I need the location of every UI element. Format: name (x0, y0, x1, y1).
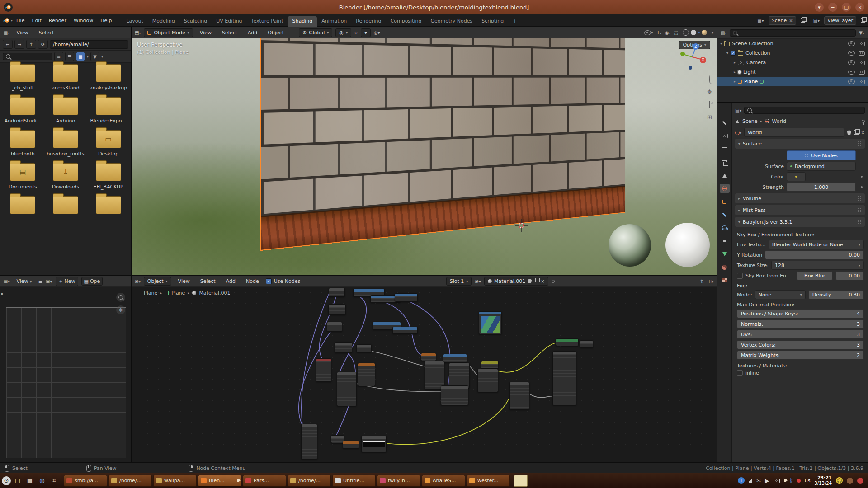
duplicate-world-icon[interactable] (854, 130, 859, 135)
workspace-tab-rendering[interactable]: Rendering (351, 16, 386, 27)
image-browse-icon[interactable]: ▣▾ (46, 279, 52, 284)
shader-node[interactable] (441, 385, 468, 405)
panel-drag-handle[interactable] (858, 141, 862, 146)
duplicate-material-icon[interactable] (534, 279, 538, 283)
navigation-gizmo[interactable]: Z X (678, 42, 707, 71)
notes-smiley-icon[interactable]: ☺ (836, 477, 843, 484)
parent-dir-button[interactable]: ↑ (26, 40, 36, 49)
menu-file[interactable]: File (13, 16, 28, 25)
outliner-row-scene-collection[interactable]: ▾ Scene Collection (717, 39, 868, 48)
matrix-weights-slider[interactable]: Matrix Weights:2 (737, 351, 864, 360)
shader-node-menu[interactable]: Node (242, 277, 263, 286)
y-rotation-field[interactable]: 0.00 (765, 250, 864, 259)
minimize-button[interactable]: ─ (828, 3, 837, 12)
display-thumbnail-icon[interactable]: ▦ (76, 52, 85, 61)
show-desktop-icon[interactable]: ▢ (12, 475, 23, 486)
render-tab-icon[interactable] (720, 131, 730, 141)
viewport-object-menu[interactable]: Object (264, 28, 288, 37)
scene-new-icon[interactable] (801, 18, 805, 23)
shader-node[interactable] (327, 322, 342, 332)
taskbar-window-button[interactable]: /home/... (108, 475, 152, 487)
file-manager-icon[interactable]: ▤ (24, 475, 35, 486)
close-button[interactable]: × (855, 3, 864, 12)
collection-checkbox[interactable]: ✓ (731, 51, 736, 56)
file-folder[interactable]: busybox_rootfs (44, 130, 87, 157)
constraints-tab-icon[interactable] (720, 236, 730, 245)
pin-icon[interactable] (552, 280, 555, 283)
menu-help[interactable]: Help (97, 16, 115, 25)
tray-app-red-icon[interactable] (857, 478, 863, 484)
tool-tab-icon[interactable] (720, 118, 730, 127)
taskbar-window-button[interactable]: wester... (467, 475, 510, 487)
fake-user-icon[interactable] (847, 130, 851, 135)
fog-density-slider[interactable]: Density0.30 (808, 290, 864, 299)
object-visibility-icon[interactable]: ▾ (644, 30, 653, 35)
object-tab-icon[interactable] (720, 197, 730, 206)
maximize-button[interactable]: ▢ (842, 3, 851, 12)
zoom-icon[interactable] (709, 76, 710, 83)
snap-magnet-icon[interactable]: ∪ (354, 30, 358, 35)
shading-material-active[interactable] (698, 32, 700, 33)
inline-checkbox[interactable]: ✓ (737, 370, 743, 376)
image-view-menu[interactable]: View ▾ (13, 277, 35, 286)
workspace-tab-shading[interactable]: Shading (288, 16, 317, 27)
workspace-tab-layout[interactable]: Layout (122, 16, 147, 27)
snapping-dropdown[interactable]: ▾ (361, 28, 371, 37)
keyboard-layout-indicator[interactable]: us (805, 478, 811, 483)
terminal-icon[interactable]: ⌗ (49, 475, 60, 486)
selected-plane-object[interactable] (260, 27, 625, 251)
material-tab-icon[interactable] (720, 263, 730, 272)
uvs-slider[interactable]: UVs:3 (737, 330, 864, 339)
shading-options-chevron[interactable]: ▾ (712, 31, 713, 35)
shader-node[interactable] (477, 369, 498, 392)
pivot-point-dropdown[interactable]: ◎▾ (335, 28, 351, 37)
volume-icon[interactable] (784, 479, 786, 482)
vertex-colors-slider[interactable]: Vertex Colors:3 (737, 340, 864, 349)
panel-drag-handle[interactable] (858, 196, 862, 201)
pan-hand-icon[interactable]: ✥ (707, 89, 712, 95)
back-button[interactable]: ← (3, 40, 13, 49)
display-size-chevron[interactable]: ▾ (87, 55, 89, 59)
web-browser-icon[interactable]: ◍ (37, 475, 47, 486)
overlays-toggle-icon[interactable]: ◉▾ (665, 30, 671, 35)
path-field[interactable]: /home/amalie/ (50, 40, 128, 49)
modifier-tab-icon[interactable] (720, 210, 730, 219)
filter-funnel-icon[interactable]: ▼▾ (859, 30, 864, 35)
outliner-search-input[interactable] (730, 29, 856, 37)
hide-eye-icon[interactable] (848, 70, 855, 75)
unlink-material-icon[interactable]: × (541, 279, 544, 284)
file-folder[interactable]: ▤Documents (1, 163, 44, 190)
clock[interactable]: 23:21 3/13/24 (814, 475, 832, 486)
workspace-tab-animation[interactable]: Animation (317, 16, 351, 27)
pin-id-icon[interactable] (862, 120, 865, 123)
shader-node[interactable] (335, 342, 352, 353)
use-nodes-button[interactable]: Use Nodes (787, 150, 856, 160)
shader-node[interactable] (337, 372, 357, 406)
screenshot-icon[interactable] (774, 479, 780, 483)
pan-tool-icon[interactable]: ✥ (116, 305, 125, 314)
forward-button[interactable]: → (14, 40, 24, 49)
normals-slider[interactable]: Normals:3 (737, 319, 864, 328)
world-browse-icon[interactable]: ▾ (735, 130, 741, 135)
hide-eye-icon[interactable] (848, 60, 855, 65)
scene-unlink-icon[interactable]: × (789, 18, 793, 23)
unlink-world-icon[interactable]: × (861, 130, 865, 135)
editor-type-icon[interactable]: ⬒▾ (135, 30, 141, 35)
file-folder[interactable]: _cb_stuff (1, 64, 44, 91)
viewport-view-menu[interactable]: View (196, 28, 215, 37)
use-nodes-checkbox[interactable]: ✓Use Nodes (266, 278, 301, 284)
xray-toggle-icon[interactable]: ⬚ (674, 30, 678, 35)
shader-node[interactable] (509, 382, 529, 410)
shader-node[interactable] (329, 288, 345, 297)
shader-node[interactable] (443, 354, 467, 363)
world-datablock-field[interactable]: World (744, 128, 844, 137)
menu-window[interactable]: Window (70, 16, 97, 25)
box-blur-button[interactable]: Box Blur (797, 271, 833, 280)
viewlayer-browse-icon[interactable]: ▤▾ (813, 18, 820, 23)
shader-node[interactable] (556, 338, 579, 346)
render-visibility-icon[interactable] (859, 70, 865, 75)
menu-edit[interactable]: Edit (28, 16, 45, 25)
bluetooth-icon[interactable]: ᛒ (790, 478, 793, 484)
breadcrumb-world[interactable]: World (772, 118, 787, 124)
surface-panel-header[interactable]: ▾Surface (735, 139, 865, 149)
